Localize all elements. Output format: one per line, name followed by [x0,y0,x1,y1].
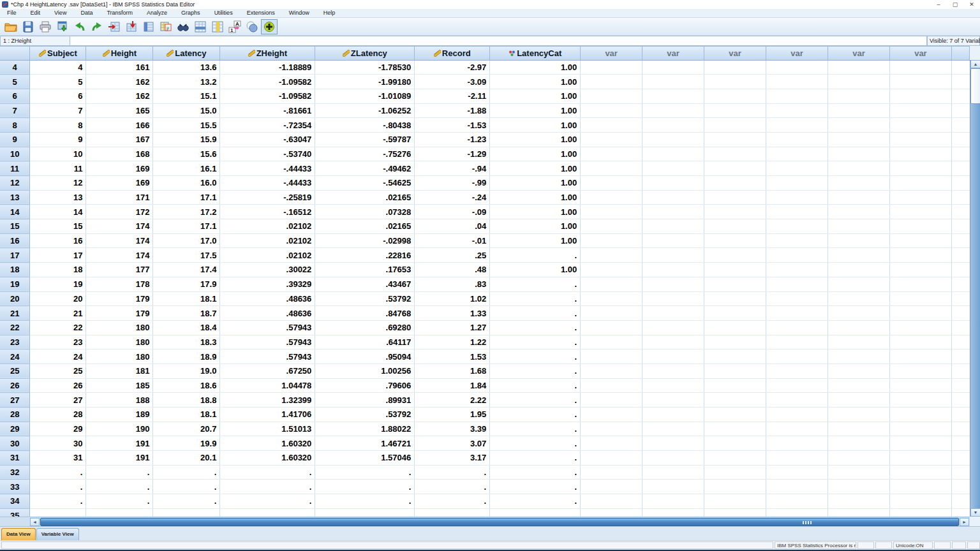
data-cell[interactable]: 20.7 [153,422,220,436]
empty-cell[interactable] [581,89,642,103]
empty-cell[interactable] [642,465,704,480]
cell-editor-field[interactable] [70,36,927,46]
empty-cell[interactable] [828,60,890,75]
data-cell[interactable]: 168 [86,147,153,161]
data-cell[interactable]: 17.4 [153,263,220,277]
data-cell[interactable]: 3.17 [415,451,490,466]
data-cell[interactable]: 178 [86,277,153,291]
data-cell[interactable]: .95094 [315,349,415,364]
data-cell[interactable]: -.53740 [220,147,315,161]
empty-cell[interactable] [642,408,704,422]
empty-cell[interactable] [642,451,704,466]
column-header-subject[interactable]: Subject [30,47,86,60]
row-header-8[interactable]: 8 [0,118,30,133]
data-cell[interactable]: . [153,465,220,480]
data-cell[interactable]: 1.00 [490,103,581,118]
menu-graphs[interactable]: Graphs [174,9,207,17]
empty-cell[interactable] [828,335,890,349]
data-cell[interactable]: . [490,277,581,291]
empty-cell[interactable] [889,393,951,408]
data-cell[interactable]: . [315,508,415,517]
data-cell[interactable]: -1.23 [415,132,490,147]
empty-cell[interactable] [704,176,766,191]
empty-cell[interactable] [704,349,766,364]
empty-cell[interactable] [581,422,642,436]
empty-cell[interactable] [828,291,890,306]
data-cell[interactable]: .64117 [315,335,415,349]
data-cell[interactable]: . [490,378,581,393]
empty-cell[interactable] [828,349,890,364]
empty-cell[interactable] [704,494,766,509]
column-header-latencycat[interactable]: LatencyCat [490,47,581,60]
data-cell[interactable]: 25 [30,364,86,378]
data-cell[interactable]: . [415,494,490,509]
data-cell[interactable]: 31 [30,451,86,466]
data-cell[interactable]: 177 [86,263,153,277]
data-cell[interactable]: . [220,508,315,517]
data-cell[interactable]: 17.5 [153,248,220,263]
empty-cell[interactable] [889,103,951,118]
data-cell[interactable]: 1.00 [490,161,581,176]
empty-cell[interactable] [581,378,642,393]
data-cell[interactable]: -.16512 [220,205,315,219]
empty-cell[interactable] [828,277,890,291]
row-header-27[interactable]: 27 [0,393,30,408]
data-cell[interactable]: 18.7 [153,306,220,321]
empty-cell[interactable] [889,233,951,248]
row-header-11[interactable]: 11 [0,161,30,176]
empty-cell[interactable] [766,422,828,436]
empty-cell[interactable] [766,320,828,335]
empty-cell[interactable] [642,118,704,133]
empty-cell[interactable] [766,508,828,517]
empty-cell[interactable] [828,494,890,509]
data-cell[interactable]: -.25819 [220,190,315,205]
empty-cell[interactable] [889,277,951,291]
data-cell[interactable]: -1.88 [415,103,490,118]
data-cell[interactable]: 15.6 [153,147,220,161]
minimize-button[interactable]: – [930,0,947,9]
empty-cell[interactable] [581,103,642,118]
empty-cell[interactable] [889,451,951,466]
close-button[interactable]: ✕ [963,0,980,9]
data-cell[interactable]: 18.3 [153,335,220,349]
column-header-var[interactable]: var [766,47,828,60]
data-cell[interactable]: .67250 [220,364,315,378]
empty-cell[interactable] [642,190,704,205]
empty-cell[interactable] [828,378,890,393]
empty-cell[interactable] [704,248,766,263]
data-cell[interactable]: -1.01089 [315,89,415,103]
cell-reference-box[interactable]: 1 : ZHeight [0,36,70,46]
data-cell[interactable]: 3.07 [415,436,490,451]
data-cell[interactable]: . [86,494,153,509]
empty-cell[interactable] [766,89,828,103]
empty-cell[interactable] [704,89,766,103]
data-cell[interactable]: 17.9 [153,277,220,291]
empty-cell[interactable] [642,233,704,248]
data-cell[interactable]: 1.46721 [315,436,415,451]
menu-analyze[interactable]: Analyze [140,9,174,17]
empty-cell[interactable] [889,60,951,75]
empty-cell[interactable] [642,248,704,263]
empty-cell[interactable] [704,233,766,248]
empty-cell[interactable] [704,277,766,291]
column-header-height[interactable]: Height [86,47,153,60]
data-cell[interactable]: 174 [86,233,153,248]
data-cell[interactable]: 1.00 [490,219,581,234]
data-cell[interactable]: 30 [30,436,86,451]
empty-cell[interactable] [828,205,890,219]
empty-cell[interactable] [581,320,642,335]
empty-cell[interactable] [766,277,828,291]
data-cell[interactable]: 167 [86,132,153,147]
column-header-var[interactable]: var [889,47,951,60]
scroll-left-button[interactable]: ◄ [30,518,40,526]
data-cell[interactable]: . [30,465,86,480]
empty-cell[interactable] [828,480,890,494]
data-cell[interactable]: . [490,451,581,466]
data-cell[interactable]: .39329 [220,277,315,291]
data-cell[interactable]: -.24 [415,190,490,205]
empty-cell[interactable] [889,205,951,219]
row-header-33[interactable]: 33 [0,480,30,494]
empty-cell[interactable] [581,480,642,494]
empty-cell[interactable] [642,60,704,75]
data-cell[interactable]: 1.51013 [220,422,315,436]
